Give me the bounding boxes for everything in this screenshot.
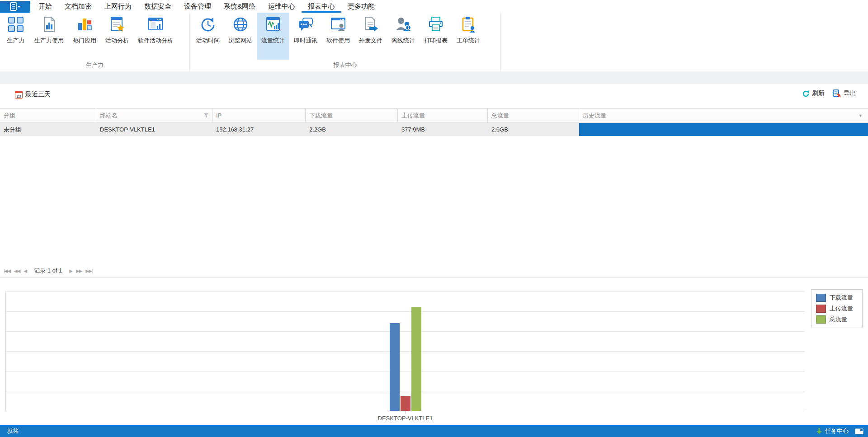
hot-apps-icon [75, 15, 94, 34]
legend-item-upload: 上传流量 [816, 305, 858, 313]
menu-tab-device-mgmt[interactable]: 设备管理 [178, 0, 217, 13]
workorder-stats-icon [459, 15, 478, 34]
ribbon-group-productivity: 生产力 生产力使用 [0, 13, 190, 71]
productivity-usage-icon [40, 15, 59, 34]
export-icon [833, 89, 841, 98]
column-dropdown-icon[interactable]: ▼ [859, 113, 863, 118]
legend-item-total: 总流量 [816, 315, 858, 324]
menu-items: 开始 文档加密 上网行为 数据安全 设备管理 系统&网络 运维中心 报表中心 更… [32, 0, 381, 13]
print-report-icon [426, 15, 445, 34]
ribbon-item-browse-websites[interactable]: 浏览网站 [224, 13, 257, 60]
ribbon-item-activity-time[interactable]: 活动时间 [192, 13, 224, 60]
menu-tab-doc-encryption[interactable]: 文档加密 [58, 0, 98, 13]
ribbon-item-productivity-usage[interactable]: 生产力使用 [30, 13, 68, 60]
filter-funnel-icon[interactable] [204, 113, 208, 118]
activity-analysis-icon [108, 15, 127, 34]
ribbon-item-workorder-stats[interactable]: 工单统计 [452, 13, 485, 60]
menu-tab-more-features[interactable]: 更多功能 [341, 0, 381, 13]
ribbon-item-print-report[interactable]: 打印报表 [420, 13, 452, 60]
activity-time-icon [198, 15, 217, 34]
cell-terminal: DESKTOP-VLKTLE1 [96, 123, 212, 136]
bar-upload [401, 396, 410, 411]
bar-total [411, 307, 421, 411]
ribbon-item-activity-analysis[interactable]: 活动分析 [101, 13, 133, 60]
ribbon-item-instant-messaging[interactable]: 即时通讯 [289, 13, 322, 60]
cell-history [579, 123, 868, 136]
pagination-bar: |◀◀ ◀◀ ◀ 记录 1 of 1 ▶ ▶▶ ▶▶| [0, 264, 868, 277]
bar-group [390, 291, 421, 411]
ribbon-item-software-activity-analysis[interactable]: 软件活动分析 [133, 13, 178, 60]
page-fast-prev-button[interactable]: ◀◀ [14, 268, 20, 273]
menu-bar: 开始 文档加密 上网行为 数据安全 设备管理 系统&网络 运维中心 报表中心 更… [0, 0, 868, 13]
menu-tab-web-behavior[interactable]: 上网行为 [98, 0, 138, 13]
chart-legend: 下载流量 上传流量 总流量 [811, 289, 863, 328]
page-next-button[interactable]: ▶ [69, 268, 72, 273]
x-axis-tick [406, 411, 406, 414]
column-header-terminal[interactable]: 终端名 [96, 109, 212, 122]
legend-swatch-total [816, 315, 826, 324]
bar-download [390, 323, 400, 411]
status-bar: 就绪 任务中心 [0, 425, 868, 437]
page-prev-button[interactable]: ◀ [24, 268, 27, 273]
productivity-icon [6, 15, 25, 34]
cell-total: 2.6GB [488, 123, 579, 136]
app-menu-icon [9, 2, 21, 11]
export-button[interactable]: 导出 [833, 89, 856, 98]
software-activity-analysis-icon [146, 15, 165, 34]
history-traffic-bar [579, 123, 868, 136]
chart-plot-area: DESKTOP-VLKTLE1 [5, 291, 805, 411]
menu-tab-ops-center[interactable]: 运维中心 [262, 0, 302, 13]
date-range-filter[interactable]: 23 最近三天 [15, 90, 51, 99]
ribbon-item-productivity[interactable]: 生产力 [2, 13, 30, 60]
cell-group: 未分组 [0, 123, 96, 136]
ribbon-item-offline-stats[interactable]: 离线统计 [387, 13, 420, 60]
software-usage-icon [329, 15, 348, 34]
column-header-upload[interactable]: 上传流量 [398, 109, 488, 122]
menu-tab-system-network[interactable]: 系统&网络 [217, 0, 262, 13]
column-header-ip[interactable]: IP [212, 109, 306, 122]
ribbon-item-software-usage[interactable]: 软件使用 [322, 13, 354, 60]
ribbon: 生产力 生产力使用 [0, 13, 868, 71]
app-window: 开始 文档加密 上网行为 数据安全 设备管理 系统&网络 运维中心 报表中心 更… [0, 0, 868, 437]
ribbon-group-label-productivity: 生产力 [0, 61, 189, 69]
date-range-label: 最近三天 [25, 90, 51, 99]
table-header: 分组 终端名 IP 下载流量 上传流量 总流量 历史流量 ▼ [0, 108, 868, 122]
page-first-button[interactable]: |◀◀ [4, 268, 10, 273]
page-fast-next-button[interactable]: ▶▶ [76, 268, 82, 273]
ribbon-item-outgoing-files[interactable]: 外发文件 [354, 13, 387, 60]
column-header-total[interactable]: 总流量 [488, 109, 579, 122]
menu-tab-start[interactable]: 开始 [32, 0, 58, 13]
refresh-button[interactable]: 刷新 [802, 89, 825, 98]
column-header-group[interactable]: 分组 [0, 109, 96, 122]
table-row[interactable]: 未分组 DESKTOP-VLKTLE1 192.168.31.27 2.2GB … [0, 123, 868, 136]
download-arrow-icon [816, 428, 822, 435]
cell-ip: 192.168.31.27 [212, 123, 306, 136]
column-header-download[interactable]: 下载流量 [306, 109, 398, 122]
ribbon-group-label-report-center: 报表中心 [190, 61, 500, 69]
cell-download: 2.2GB [306, 123, 398, 136]
separator-strip [0, 72, 868, 84]
traffic-stats-icon [264, 15, 283, 34]
taskbar-panel-icon[interactable] [855, 428, 863, 434]
menu-tab-data-security[interactable]: 数据安全 [138, 0, 178, 13]
legend-item-download: 下载流量 [816, 294, 858, 302]
record-count-label: 记录 1 of 1 [34, 267, 62, 275]
ribbon-item-traffic-stats[interactable]: 流量统计 [257, 13, 289, 60]
outgoing-files-icon [361, 15, 380, 34]
ribbon-item-hot-apps[interactable]: 热门应用 [68, 13, 101, 60]
traffic-chart: DESKTOP-VLKTLE1 下载流量 上传流量 总流量 [0, 277, 868, 425]
task-center-button[interactable]: 任务中心 [816, 427, 849, 435]
cell-upload: 377.9MB [398, 123, 488, 136]
browse-websites-icon [231, 15, 250, 34]
instant-messaging-icon [296, 15, 315, 34]
ribbon-group-report-center: 活动时间 浏览网站 [190, 13, 501, 71]
legend-swatch-download [816, 294, 826, 302]
page-last-button[interactable]: ▶▶| [85, 268, 92, 273]
menu-tab-report-center[interactable]: 报表中心 [302, 0, 341, 13]
status-ready-label: 就绪 [7, 427, 19, 435]
app-menu-button[interactable] [0, 1, 30, 13]
calendar-icon: 23 [15, 91, 23, 99]
column-header-history[interactable]: 历史流量 ▼ [579, 109, 868, 122]
legend-swatch-upload [816, 305, 826, 313]
x-axis-category-label: DESKTOP-VLKTLE1 [378, 415, 433, 422]
